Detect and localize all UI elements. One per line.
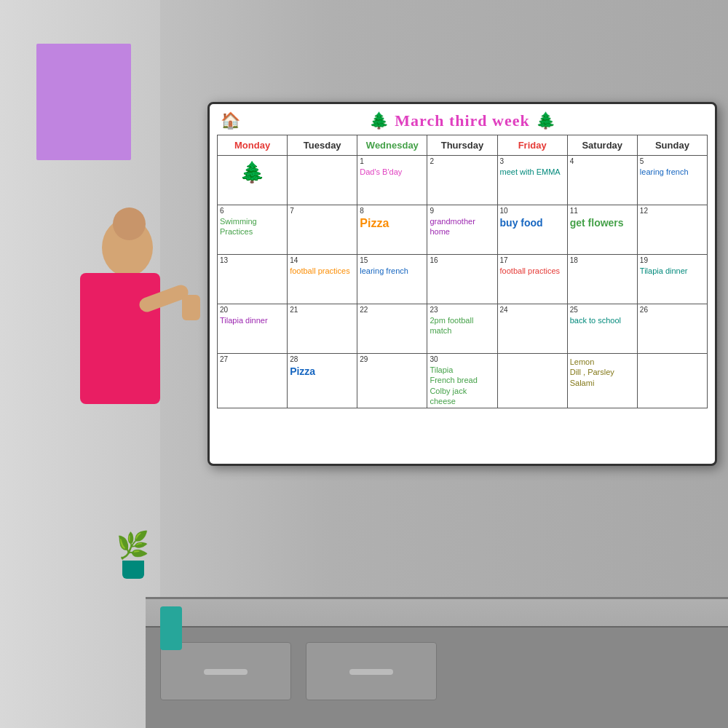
- calendar-board: 🏠 🌲 March third week 🌲 Monday Tuesday We…: [207, 102, 717, 466]
- cell-w4-wed: 22: [357, 304, 427, 354]
- cell-event: Swimming Practices: [220, 216, 285, 237]
- cell-w2-fri: 10 buy food: [497, 205, 567, 255]
- cell-w4-thu: 23 2pm football match: [427, 304, 497, 354]
- calendar-title: March third week: [395, 111, 529, 130]
- day-number: 16: [430, 256, 494, 264]
- calendar-grid: Monday Tuesday Wednesday Thursday Friday…: [217, 135, 708, 408]
- cell-w4-sun: 26: [637, 304, 707, 354]
- day-number: 7: [290, 207, 355, 215]
- cell-event: LemonDill , ParsleySalami: [570, 357, 635, 388]
- col-wednesday: Wednesday: [357, 135, 427, 156]
- cell-w3-sat: 18: [567, 255, 637, 304]
- day-number: 20: [220, 306, 285, 314]
- col-thursday: Thursday: [427, 135, 497, 156]
- cell-w5-sun: [637, 354, 707, 408]
- cell-event: meet with EMMA: [500, 167, 565, 177]
- table-row: 20 Tilapia dinner 21 22 23 2pm football …: [218, 304, 708, 354]
- col-sunday: Sunday: [637, 135, 707, 156]
- wall-art: [36, 44, 131, 160]
- day-number: 4: [570, 157, 635, 165]
- col-saturday: Saturday: [567, 135, 637, 156]
- cell-w3-mon: 13: [218, 255, 288, 304]
- col-monday: Monday: [218, 135, 288, 156]
- cell-w2-sun: 12: [637, 205, 707, 255]
- table-row: 13 14 football practices 15 learing fren…: [218, 255, 708, 304]
- cell-w3-sun: 19 Tilapia dinner: [637, 255, 707, 304]
- day-number: 24: [500, 306, 565, 314]
- cell-w1-sun: 5 learing french: [637, 156, 707, 205]
- cell-w4-fri: 24: [497, 304, 567, 354]
- cell-event: Dad's B'day: [360, 167, 424, 177]
- day-number: 6: [220, 207, 285, 215]
- day-number: 15: [360, 256, 424, 264]
- day-number: 14: [290, 256, 355, 264]
- calendar-header: 🏠 🌲 March third week 🌲: [217, 111, 708, 130]
- cell-w1-tue: [288, 156, 357, 205]
- tree-icon-left: 🌲: [369, 111, 389, 130]
- cell-event: get flowers: [570, 216, 635, 229]
- cell-w4-tue: 21: [288, 304, 357, 354]
- cell-w2-mon: 6 Swimming Practices: [218, 205, 288, 255]
- cell-event: football practices: [290, 266, 355, 276]
- cell-w2-sat: 11 get flowers: [567, 205, 637, 255]
- drawer-1: [160, 642, 291, 700]
- cell-event: learing french: [640, 167, 705, 177]
- cell-w1-wed: 1 Dad's B'day: [357, 156, 427, 205]
- day-number: 1: [360, 157, 424, 165]
- cell-event: TilapiaFrench breadColby jack cheese: [430, 365, 494, 406]
- day-number: 11: [570, 207, 635, 215]
- day-number: 10: [500, 207, 565, 215]
- day-number: 30: [430, 355, 494, 363]
- calendar-header-row: Monday Tuesday Wednesday Thursday Friday…: [218, 135, 708, 156]
- cell-event: 2pm football match: [430, 315, 494, 336]
- cell-w4-sat: 25 back to school: [567, 304, 637, 354]
- person-body: [80, 273, 160, 404]
- day-number: 26: [640, 306, 705, 314]
- cell-w2-wed: 8 Pizza: [357, 205, 427, 255]
- day-number: 22: [360, 306, 424, 314]
- day-number: 27: [220, 355, 285, 363]
- day-number: 9: [430, 207, 494, 215]
- cell-w3-fri: 17 football practices: [497, 255, 567, 304]
- drawer-2: [306, 642, 437, 700]
- col-tuesday: Tuesday: [288, 135, 357, 156]
- cabinet-area: [146, 597, 728, 728]
- cell-event: learing french: [360, 266, 424, 276]
- day-number: 13: [220, 256, 285, 264]
- cell-event: Pizza: [290, 365, 355, 378]
- day-number: 12: [640, 207, 705, 215]
- cell-event: buy food: [500, 216, 565, 229]
- cell-event: Tilapia dinner: [640, 266, 705, 276]
- day-number: 8: [360, 207, 424, 215]
- cabinet-bottom: [146, 626, 728, 728]
- cell-w5-wed: 29: [357, 354, 427, 408]
- cell-w2-tue: 7: [288, 205, 357, 255]
- cell-event: grandmother home: [430, 216, 494, 237]
- cell-w1-sat: 4: [567, 156, 637, 205]
- table-row: 6 Swimming Practices 7 8 Pizza 9 grandmo…: [218, 205, 708, 255]
- cell-w4-mon: 20 Tilapia dinner: [218, 304, 288, 354]
- day-number: 5: [640, 157, 705, 165]
- day-number: 25: [570, 306, 635, 314]
- cell-w5-fri: [497, 354, 567, 408]
- cell-w3-tue: 14 football practices: [288, 255, 357, 304]
- day-number: 19: [640, 256, 705, 264]
- day-number: 17: [500, 256, 565, 264]
- table-row: 🌲 1 Dad's B'day 2 3 meet with EMMA 4: [218, 156, 708, 205]
- day-number: 3: [500, 157, 565, 165]
- cell-w1-mon: 🌲: [218, 156, 288, 205]
- cell-event: back to school: [570, 315, 635, 325]
- cell-event: Tilapia dinner: [220, 315, 285, 325]
- cell-w2-thu: 9 grandmother home: [427, 205, 497, 255]
- drawer-handle-2: [349, 669, 393, 675]
- cell-w1-fri: 3 meet with EMMA: [497, 156, 567, 205]
- table-row: 27 28 Pizza 29 30 TilapiaFrench breadCol…: [218, 354, 708, 408]
- day-number: 21: [290, 306, 355, 314]
- cell-event: Pizza: [360, 216, 424, 232]
- drawer-handle-1: [204, 669, 248, 675]
- person-hair: [113, 207, 146, 240]
- cell-w5-thu: 30 TilapiaFrench breadColby jack cheese: [427, 354, 497, 408]
- plant-pot: [122, 561, 144, 579]
- drawer-area: [160, 642, 713, 700]
- cell-w5-mon: 27: [218, 354, 288, 408]
